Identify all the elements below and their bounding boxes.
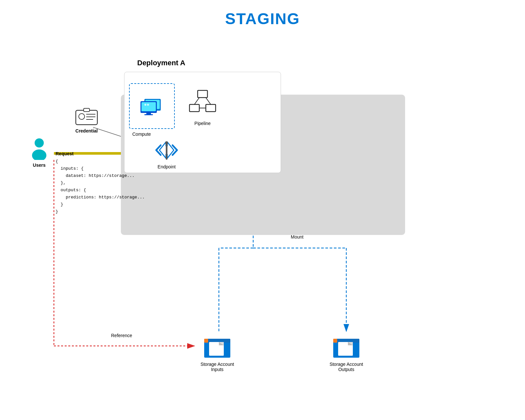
users-label: Users (26, 163, 52, 168)
svg-rect-24 (206, 104, 216, 112)
svg-line-26 (206, 98, 211, 104)
credential-icon: Credential (72, 108, 101, 133)
svg-point-20 (144, 104, 146, 106)
pipeline-svg (188, 90, 217, 117)
endpoint-svg (154, 139, 180, 162)
endpoint-label: Endpoint (154, 164, 180, 169)
svg-rect-36 (333, 339, 337, 343)
deployment-label: Deployment A (137, 59, 185, 67)
storage-outputs-label: Storage Account Outputs (323, 362, 369, 372)
svg-point-4 (32, 149, 46, 160)
pipeline-icon: Pipeline (186, 90, 219, 126)
storage-outputs-svg (332, 333, 361, 359)
storage-outputs: Storage Account Outputs (323, 333, 369, 372)
svg-line-25 (194, 98, 199, 104)
endpoint-icon: Endpoint (154, 139, 180, 169)
page-title: STAGING (0, 0, 525, 28)
svg-rect-30 (204, 339, 208, 343)
svg-rect-10 (84, 108, 90, 112)
diagram-area: Deployment A Users Credential Reques (16, 52, 506, 411)
compute-box (129, 83, 175, 129)
svg-rect-22 (198, 90, 207, 98)
compute-label: Compute (132, 132, 151, 137)
credential-label: Credential (72, 128, 101, 133)
user-figure-svg (29, 137, 49, 160)
pipeline-label: Pipeline (186, 121, 219, 126)
users-icon: Users (26, 137, 52, 168)
request-label: Request (56, 150, 145, 158)
credential-card-svg (75, 108, 98, 126)
request-body: { inputs: { dataset: https://storage... … (56, 158, 145, 216)
storage-inputs-svg (203, 333, 232, 359)
storage-inputs: Storage Account Inputs (196, 333, 238, 372)
mount-label: Mount (291, 234, 304, 240)
svg-rect-17 (141, 102, 156, 111)
svg-rect-19 (144, 114, 153, 115)
reference-label: Reference (111, 333, 132, 338)
svg-point-21 (147, 104, 149, 106)
storage-inputs-label: Storage Account Inputs (196, 362, 238, 372)
svg-point-3 (35, 138, 44, 148)
request-block: Request { inputs: { dataset: https://sto… (56, 150, 145, 216)
svg-rect-23 (189, 104, 199, 112)
compute-svg (137, 94, 167, 118)
